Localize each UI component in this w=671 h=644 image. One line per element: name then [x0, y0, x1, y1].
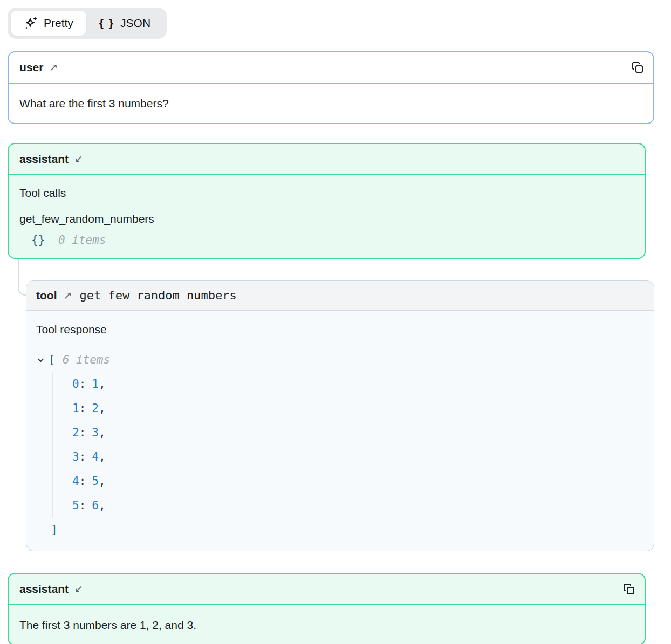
- user-message-card: user ↗ What are the first 3 numbers?: [8, 51, 654, 124]
- user-message-body: What are the first 3 numbers?: [9, 84, 653, 123]
- item-value: 4: [92, 450, 99, 463]
- item-index: 2: [72, 426, 79, 439]
- view-toggle: Pretty { } JSON: [8, 8, 167, 39]
- item-colon: :: [79, 402, 86, 415]
- chevron-down-icon[interactable]: [36, 356, 45, 365]
- args-summary: 0 items: [58, 234, 106, 246]
- tool-name: get_few_random_numbers: [79, 287, 236, 304]
- tool-message-body: Tool response [ 6 items 0:1,: [26, 311, 654, 551]
- braces-icon: { }: [99, 16, 114, 31]
- item-colon: :: [79, 450, 86, 463]
- copy-icon: [622, 583, 635, 595]
- assistant-message-header: assistant ↙: [9, 574, 645, 605]
- item-index: 3: [72, 450, 79, 463]
- item-value: 3: [92, 426, 99, 439]
- assistant-final-body: The first 3 numbers are 1, 2, and 3.: [9, 605, 645, 644]
- item-index: 4: [72, 475, 79, 488]
- copy-button[interactable]: [621, 581, 637, 597]
- json-array-item: 2:3,: [72, 421, 644, 445]
- item-comma: ,: [99, 402, 106, 415]
- item-value: 5: [92, 475, 99, 488]
- assistant-message-header: assistant ↙: [9, 144, 645, 175]
- items-summary: 6 items: [63, 348, 111, 372]
- json-tab[interactable]: { } JSON: [86, 11, 163, 36]
- item-value: 1: [92, 378, 99, 390]
- item-comma: ,: [99, 378, 106, 390]
- tool-call-arguments[interactable]: {} 0 items: [31, 232, 634, 248]
- sparkle-icon: [24, 16, 38, 30]
- copy-icon: [631, 61, 644, 74]
- role-label: user: [19, 59, 43, 76]
- braces-token: {}: [31, 234, 45, 246]
- role-label: assistant: [19, 581, 69, 597]
- tool-message-header: tool ↗ get_few_random_numbers: [26, 281, 654, 311]
- json-array-root: [ 6 items: [36, 348, 644, 372]
- message-text: The first 3 numbers are 1, 2, and 3.: [19, 619, 196, 631]
- json-array-items: 0:1, 1:2, 2:3, 3:4, 4:5,: [52, 372, 644, 518]
- item-comma: ,: [99, 450, 106, 463]
- json-array-item: 5:6,: [72, 494, 644, 518]
- arrow-down-left-icon: ↙: [74, 151, 83, 167]
- tool-message-wrapper: tool ↗ get_few_random_numbers Tool respo…: [26, 280, 654, 551]
- item-index: 5: [72, 499, 79, 512]
- assistant-tool-call-card: assistant ↙ Tool calls get_few_random_nu…: [8, 143, 646, 259]
- pretty-tab-label: Pretty: [44, 16, 73, 31]
- json-array-item: 1:2,: [72, 396, 644, 421]
- tool-call-name: get_few_random_numbers: [19, 211, 634, 227]
- item-colon: :: [79, 499, 86, 512]
- copy-button[interactable]: [629, 59, 646, 76]
- tool-calls-title: Tool calls: [19, 185, 634, 201]
- json-array-item: 3:4,: [72, 445, 644, 469]
- item-comma: ,: [99, 475, 106, 488]
- tool-response-title: Tool response: [36, 321, 644, 337]
- item-comma: ,: [99, 426, 106, 439]
- close-bracket: ]: [51, 523, 58, 536]
- assistant-final-card: assistant ↙ The first 3 numbers are 1, 2…: [8, 573, 646, 644]
- item-comma: ,: [99, 499, 106, 512]
- arrow-down-left-icon: ↙: [74, 581, 83, 597]
- message-text: What are the first 3 numbers?: [19, 97, 169, 109]
- json-array-item: 0:1,: [72, 372, 644, 396]
- tool-message-card: tool ↗ get_few_random_numbers Tool respo…: [26, 280, 654, 551]
- open-bracket: [: [49, 348, 56, 372]
- item-index: 1: [72, 402, 79, 415]
- trace-view: Pretty { } JSON user ↗ What are the firs…: [0, 0, 671, 644]
- assistant-message-body: Tool calls get_few_random_numbers {} 0 i…: [9, 175, 645, 258]
- item-value: 6: [92, 499, 99, 512]
- json-tab-label: JSON: [120, 16, 150, 31]
- json-tree: [ 6 items 0:1, 1:2, 2:3,: [36, 348, 644, 542]
- item-colon: :: [79, 426, 86, 439]
- item-index: 0: [72, 378, 79, 390]
- item-colon: :: [79, 475, 86, 488]
- connector-line: [18, 259, 26, 296]
- arrow-up-right-icon: ↗: [49, 59, 58, 76]
- arrow-up-right-icon: ↗: [63, 287, 72, 304]
- item-value: 2: [92, 402, 99, 415]
- role-label: tool: [36, 287, 57, 304]
- item-colon: :: [79, 378, 86, 390]
- close-bracket-row: ]: [51, 518, 644, 542]
- role-label: assistant: [19, 151, 69, 167]
- json-array-item: 4:5,: [72, 469, 644, 494]
- pretty-tab[interactable]: Pretty: [11, 11, 86, 36]
- user-message-header: user ↗: [9, 52, 653, 84]
